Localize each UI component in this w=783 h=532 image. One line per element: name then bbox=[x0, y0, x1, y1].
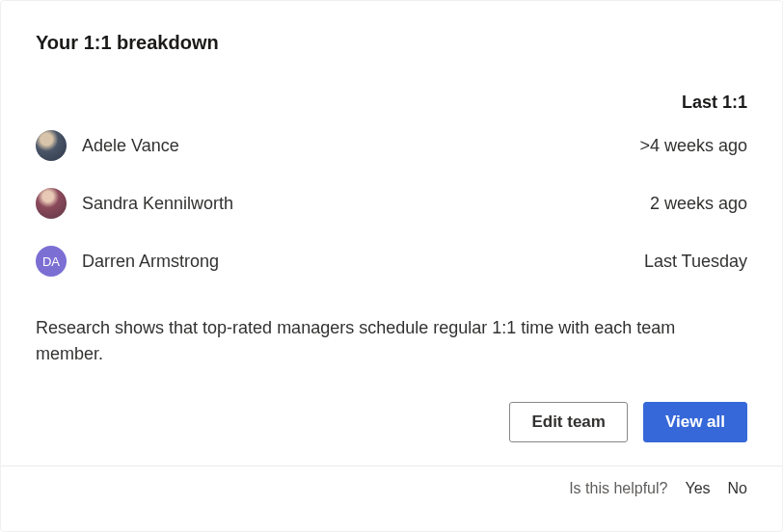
avatar bbox=[36, 130, 67, 161]
person-cell: Adele Vance bbox=[36, 130, 179, 161]
last-meeting-time: >4 weeks ago bbox=[639, 136, 747, 156]
table-header-row: Last 1:1 bbox=[36, 93, 747, 113]
avatar bbox=[36, 188, 67, 219]
one-on-one-breakdown-card: Your 1:1 breakdown Last 1:1 Adele Vance … bbox=[0, 0, 783, 532]
action-bar: Edit team View all bbox=[36, 402, 747, 442]
description-text: Research shows that top-rated managers s… bbox=[36, 315, 747, 367]
person-cell: Sandra Kennilworth bbox=[36, 188, 233, 219]
last-meeting-time: 2 weeks ago bbox=[650, 194, 747, 214]
view-all-button[interactable]: View all bbox=[643, 402, 747, 442]
person-cell: DA Darren Armstrong bbox=[36, 246, 219, 277]
feedback-no-button[interactable]: No bbox=[728, 480, 747, 497]
last-meeting-time: Last Tuesday bbox=[644, 252, 747, 272]
edit-team-button[interactable]: Edit team bbox=[509, 402, 628, 442]
table-row: Sandra Kennilworth 2 weeks ago bbox=[36, 188, 747, 219]
feedback-prompt: Is this helpful? bbox=[569, 480, 667, 497]
avatar: DA bbox=[36, 246, 67, 277]
feedback-footer: Is this helpful? Yes No bbox=[1, 466, 782, 511]
table-row: DA Darren Armstrong Last Tuesday bbox=[36, 246, 747, 277]
person-name: Adele Vance bbox=[82, 136, 179, 156]
table-row: Adele Vance >4 weeks ago bbox=[36, 130, 747, 161]
column-header-last: Last 1:1 bbox=[682, 93, 747, 113]
person-name: Sandra Kennilworth bbox=[82, 194, 233, 214]
person-name: Darren Armstrong bbox=[82, 252, 219, 272]
card-title: Your 1:1 breakdown bbox=[36, 32, 747, 54]
feedback-yes-button[interactable]: Yes bbox=[685, 480, 710, 497]
